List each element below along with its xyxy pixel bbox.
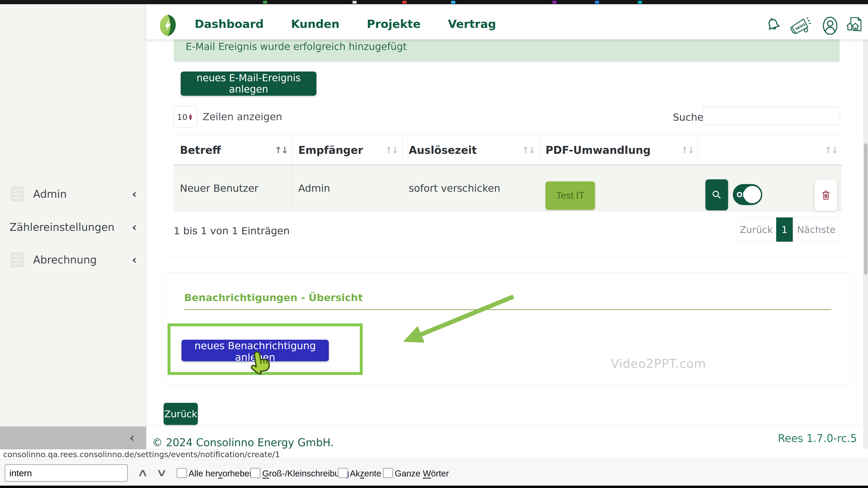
browser-tab-strip xyxy=(0,0,868,4)
account-icon[interactable] xyxy=(821,15,839,37)
cell-empfaenger: Admin xyxy=(292,166,402,211)
highlight-all-label[interactable]: Alle hervorheben xyxy=(189,468,254,479)
tab-favicon xyxy=(402,1,407,4)
table-search-input[interactable] xyxy=(703,107,840,125)
tab-favicon xyxy=(352,1,357,4)
tab-favicon xyxy=(638,1,642,4)
footer-divider xyxy=(146,425,868,426)
chevron-left-icon xyxy=(132,188,137,200)
chevron-left-icon xyxy=(132,254,137,266)
sidebar-item-abrechnung[interactable]: Abrechnung xyxy=(0,250,146,270)
cell-value: Neuer Benutzer xyxy=(180,183,258,194)
whole-words-label[interactable]: Ganze Wörter xyxy=(395,468,449,479)
column-header-label: Auslösezeit xyxy=(409,144,477,156)
status-url: consolinno.qa.rees.consolinno.de/setting… xyxy=(3,450,280,459)
app-root: Admin Zählereinstellungen Abrechnung Das… xyxy=(0,0,868,488)
pagination-current-page[interactable]: 1 xyxy=(776,218,793,241)
watermark: Video2PPT.com xyxy=(611,357,706,371)
view-search-button[interactable] xyxy=(706,179,728,210)
tab-favicon xyxy=(451,1,455,4)
column-header-label: PDF-Umwandlung xyxy=(546,144,651,156)
cell-ausloesezeit: sofort verschicken xyxy=(402,166,539,211)
create-email-event-button[interactable]: neues E-Mail-Ereignis anlegen xyxy=(181,71,316,96)
sort-arrows-icon xyxy=(385,145,398,155)
entries-summary: 1 bis 1 von 1 Einträgen xyxy=(174,225,289,237)
nav-link-projekte[interactable]: Projekte xyxy=(367,18,421,31)
tab-favicon xyxy=(552,1,557,4)
tab-favicon xyxy=(263,1,267,4)
sidebar-item-label: Admin xyxy=(33,188,66,200)
sidebar-item-label: Zählereinstellungen xyxy=(9,221,115,233)
pagination: Zurück 1 Nächste xyxy=(736,217,840,242)
success-alert: E-Mail Ereignis wurde erfolgreich hinzug… xyxy=(174,39,840,62)
bottom-edge xyxy=(0,485,868,488)
sort-arrows-icon xyxy=(522,145,535,155)
news-megaphone-icon[interactable]: NEWS xyxy=(788,16,813,36)
sidebar-collapse-chevron-icon[interactable] xyxy=(129,430,135,445)
active-toggle[interactable]: ON xyxy=(733,184,762,205)
footer-version: Rees 1.7.0-rc.5 xyxy=(776,432,857,444)
back-button[interactable]: Zurück xyxy=(164,403,198,425)
pagination-prev[interactable]: Zurück xyxy=(736,218,776,241)
highlight-all-checkbox[interactable] xyxy=(177,468,187,478)
status-url-bar: consolinno.qa.rees.consolinno.de/setting… xyxy=(0,449,218,459)
footer-copyright: © 2024 Consolinno Energy GmbH. xyxy=(152,436,334,449)
sort-arrows-icon xyxy=(681,145,694,155)
chevron-left-icon xyxy=(132,221,137,233)
sort-arrows-icon xyxy=(275,145,287,155)
match-case-label[interactable]: Groß-/Kleinschreibung xyxy=(262,468,349,479)
rows-per-page-select[interactable]: 10 xyxy=(174,106,197,128)
match-diacritics-checkbox[interactable] xyxy=(338,468,348,478)
cell-value: sofort verschicken xyxy=(409,183,500,194)
search-label: Suche: xyxy=(673,111,707,123)
sidebar-item-admin[interactable]: Admin xyxy=(0,184,146,204)
toggle-knob xyxy=(744,186,761,203)
nav-link-vertrag[interactable]: Vertrag xyxy=(448,18,496,31)
cell-value: Admin xyxy=(298,183,330,194)
column-header-ausloesezeit[interactable]: Auslösezeit xyxy=(402,135,539,165)
section-divider xyxy=(184,309,831,310)
nav-link-kunden[interactable]: Kunden xyxy=(291,18,339,31)
sidebar: Admin Zählereinstellungen Abrechnung xyxy=(0,4,147,426)
notifications-title: Benachrichtigungen - Übersicht xyxy=(184,292,363,303)
bell-icon[interactable] xyxy=(765,17,782,34)
nav-link-dashboard[interactable]: Dashboard xyxy=(195,18,264,31)
trash-icon xyxy=(820,189,832,201)
properties-document-icon[interactable] xyxy=(845,16,864,35)
sidebar-collapse-bar xyxy=(0,426,146,449)
test-it-button[interactable]: Test IT xyxy=(546,182,595,210)
find-next-icon[interactable] xyxy=(156,466,167,479)
column-header-actions[interactable] xyxy=(699,135,842,165)
table-row-divider xyxy=(174,211,842,211)
app-logo[interactable] xyxy=(158,14,178,37)
stepper-arrows-icon xyxy=(189,113,192,121)
scrollbar-thumb[interactable] xyxy=(864,143,867,275)
sidebar-item-zaehlereinstellungen[interactable]: Zählereinstellungen xyxy=(0,217,146,237)
clipboard-icon xyxy=(10,252,24,267)
rows-per-page-value: 10 xyxy=(177,112,187,122)
whole-words-checkbox[interactable] xyxy=(383,468,393,478)
tab-favicon xyxy=(595,1,599,4)
match-case-checkbox[interactable] xyxy=(250,468,260,478)
column-header-betreff[interactable]: Betreff xyxy=(174,135,292,165)
cell-betreff: Neuer Benutzer xyxy=(174,166,292,211)
magnifier-icon xyxy=(711,189,722,201)
success-alert-text: E-Mail Ereignis wurde erfolgreich hinzug… xyxy=(186,41,407,52)
column-header-label: Empfänger xyxy=(298,144,363,156)
nav-links: Dashboard Kunden Projekte Vertrag xyxy=(195,18,496,31)
delete-button[interactable] xyxy=(814,180,837,211)
clipboard-icon xyxy=(10,187,24,202)
column-header-empfaenger[interactable]: Empfänger xyxy=(292,135,402,165)
pagination-next[interactable]: Nächste xyxy=(793,218,840,241)
find-input[interactable] xyxy=(5,464,128,482)
sort-arrows-icon xyxy=(825,145,837,155)
annotation-highlight-box xyxy=(167,323,363,375)
rows-per-page-label: Zeilen anzeigen xyxy=(203,111,282,123)
sidebar-item-label: Abrechnung xyxy=(33,254,97,266)
column-header-label: Betreff xyxy=(180,144,221,156)
column-header-pdf-umwandlung[interactable]: PDF-Umwandlung xyxy=(539,135,699,165)
find-previous-icon[interactable] xyxy=(137,466,149,479)
table-header-divider xyxy=(174,165,842,165)
match-diacritics-label[interactable]: Akzente xyxy=(350,468,381,479)
